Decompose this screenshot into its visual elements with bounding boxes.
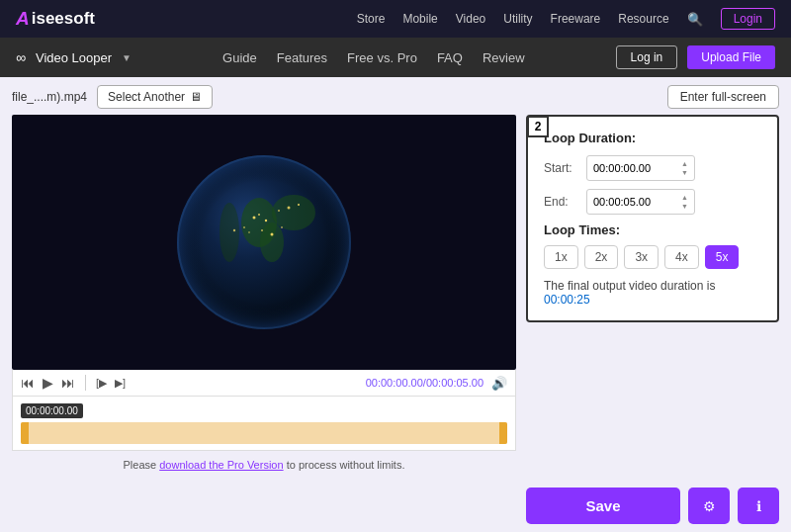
video-display (12, 115, 516, 370)
filename-label: file_....m).mp4 (12, 90, 87, 104)
nav-free-vs-pro[interactable]: Free vs. Pro (347, 50, 417, 65)
start-time-row: Start: 00:00:00.00 ▲ ▼ (544, 155, 761, 181)
start-time-value: 00:00:00.00 (593, 162, 651, 174)
logo-a: A (16, 8, 30, 30)
nav-faq[interactable]: FAQ (437, 50, 463, 65)
skip-back-button[interactable]: ⏮ (21, 375, 35, 391)
video-panel: ⏮ ▶ ⏭ [▶ ▶] 00:00:00.00/00:00:05.00 🔊 00… (12, 115, 516, 524)
timeline-area: 00:00:00.00 (12, 397, 516, 451)
volume-icon[interactable]: 🔊 (491, 376, 507, 391)
end-label: End: (544, 195, 578, 209)
nav-utility[interactable]: Utility (503, 12, 532, 26)
video-controls: ⏮ ▶ ⏭ [▶ ▶] 00:00:00.00/00:00:05.00 🔊 (12, 370, 516, 397)
nav-review[interactable]: Review (483, 50, 525, 65)
controls-divider (85, 375, 86, 391)
content-row: ⏮ ▶ ⏭ [▶ ▶] 00:00:00.00/00:00:05.00 🔊 00… (12, 115, 779, 524)
play-button[interactable]: ▶ (43, 375, 53, 391)
end-time-value: 00:00:05.00 (593, 196, 651, 208)
timeline-time-label: 00:00:00.00 (21, 403, 83, 418)
start-time-spinner[interactable]: ▲ ▼ (681, 159, 688, 177)
nav-guide[interactable]: Guide (222, 50, 257, 65)
output-info: The final output video duration is 00:00… (544, 279, 761, 307)
settings-button[interactable]: ⚙ (688, 488, 730, 524)
end-time-row: End: 00:00:05.00 ▲ ▼ (544, 189, 761, 215)
pro-version-link[interactable]: download the Pro Version (159, 459, 283, 471)
logo: A iseesoft (16, 8, 95, 30)
mark-in-button[interactable]: [▶ (96, 377, 107, 390)
second-nav-actions: Log in Upload File (616, 45, 775, 69)
timeline-handle-left[interactable] (21, 422, 29, 444)
top-nav-links: Store Mobile Video Utility Freeware Reso… (357, 8, 775, 30)
current-time: 00:00:00.00 (366, 377, 423, 389)
pro-notice-text-after: to process without limits. (284, 459, 405, 471)
tool-branding: ∞ Video Looper ▼ (16, 49, 132, 65)
monitor-icon: 🖥 (190, 90, 202, 104)
loop-btn-4x[interactable]: 4x (664, 245, 699, 269)
video-thumbnail (165, 143, 363, 341)
select-another-label: Select Another (108, 90, 185, 104)
loop-btn-3x[interactable]: 3x (624, 245, 659, 269)
second-nav-links: Guide Features Free vs. Pro FAQ Review (222, 50, 524, 65)
end-time-spinner[interactable]: ▲ ▼ (681, 193, 688, 211)
timeline-track[interactable] (21, 422, 507, 444)
right-panel: 2 Loop Duration: Start: 00:00:00.00 ▲ ▼ … (526, 115, 779, 524)
loop-icon: ∞ (16, 49, 26, 65)
loop-times-label: Loop Times: (544, 222, 761, 237)
loop-btn-1x[interactable]: 1x (544, 245, 578, 269)
output-time: 00:00:25 (544, 293, 590, 307)
timeline-handle-right[interactable] (499, 422, 507, 444)
pro-notice: Please download the Pro Version to proce… (12, 457, 516, 473)
output-text: The final output video duration is (544, 279, 715, 293)
total-time: /00:00:05.00 (423, 377, 483, 389)
top-navbar: A iseesoft Store Mobile Video Utility Fr… (0, 0, 791, 38)
skip-forward-button[interactable]: ⏭ (61, 375, 75, 391)
duration-label: Loop Duration: (544, 131, 761, 145)
main-area: file_....m).mp4 Select Another 🖥 Enter f… (0, 77, 791, 532)
spinner-up[interactable]: ▲ (681, 159, 688, 168)
step-number: 2 (527, 116, 549, 137)
tool-name: Video Looper (36, 50, 112, 65)
pro-notice-text-before: Please (124, 459, 160, 471)
file-bar-left: file_....m).mp4 Select Another 🖥 (12, 85, 213, 109)
save-area: Save ⚙ ℹ (526, 488, 779, 524)
upload-file-button[interactable]: Upload File (687, 45, 775, 69)
start-label: Start: (544, 161, 578, 175)
nav-mobile[interactable]: Mobile (402, 12, 437, 26)
spinner-down[interactable]: ▼ (681, 168, 688, 177)
nav-video[interactable]: Video (456, 12, 485, 26)
nav-features[interactable]: Features (277, 50, 327, 65)
file-bar: file_....m).mp4 Select Another 🖥 Enter f… (12, 85, 779, 109)
end-spinner-up[interactable]: ▲ (681, 193, 688, 202)
info-button[interactable]: ℹ (738, 488, 779, 524)
end-time-input[interactable]: 00:00:05.00 ▲ ▼ (586, 189, 695, 215)
loop-btn-2x[interactable]: 2x (584, 245, 619, 269)
fullscreen-button[interactable]: Enter full-screen (667, 85, 779, 109)
nav-freeware[interactable]: Freeware (551, 12, 601, 26)
loop-settings-box: 2 Loop Duration: Start: 00:00:00.00 ▲ ▼ … (526, 115, 779, 322)
nav-resource[interactable]: Resource (618, 12, 668, 26)
end-spinner-down[interactable]: ▼ (681, 202, 688, 211)
time-display: 00:00:00.00/00:00:05.00 (366, 377, 483, 389)
logo-text: iseesoft (32, 9, 95, 29)
loop-btn-5x[interactable]: 5x (705, 245, 740, 269)
save-button[interactable]: Save (526, 488, 680, 524)
nav-store[interactable]: Store (357, 12, 386, 26)
start-time-input[interactable]: 00:00:00.00 ▲ ▼ (586, 155, 695, 181)
loop-buttons: 1x 2x 3x 4x 5x (544, 245, 761, 269)
login-button[interactable]: Log in (616, 45, 678, 69)
svg-point-19 (177, 155, 351, 329)
search-icon[interactable]: 🔍 (687, 12, 703, 27)
mark-out-button[interactable]: ▶] (115, 377, 126, 390)
select-another-button[interactable]: Select Another 🖥 (97, 85, 213, 109)
chevron-down-icon[interactable]: ▼ (122, 52, 132, 63)
top-login-button[interactable]: Login (721, 8, 775, 30)
second-navbar: ∞ Video Looper ▼ Guide Features Free vs.… (0, 38, 791, 77)
